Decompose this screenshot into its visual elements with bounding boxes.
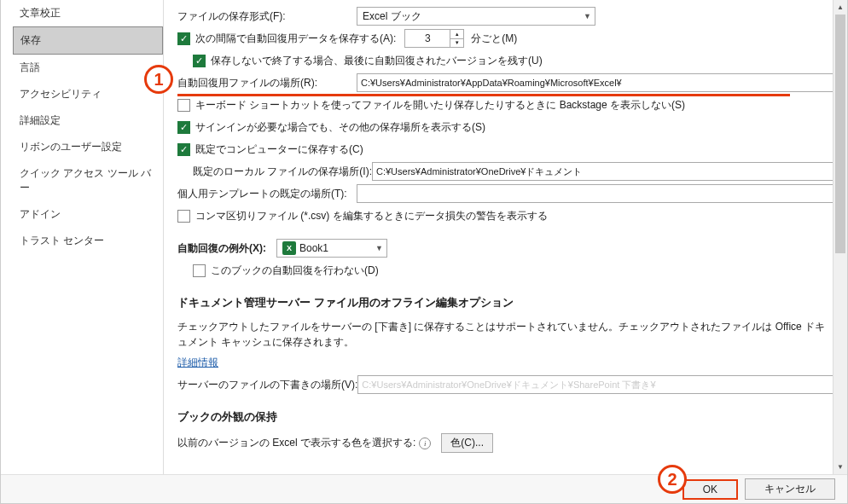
row-show-other-locations: ✓ サインインが必要な場合でも、その他の保存場所を表示する(S): [177, 118, 833, 136]
row-keep-last-version: ✓ 保存しないで終了する場合、最後に自動回復されたバージョンを残す(U): [177, 51, 833, 70]
row-more-info: 詳細情報: [177, 353, 833, 372]
autorecover-exceptions-workbook-dropdown[interactable]: X Book1 ▼: [276, 239, 387, 258]
sidebar-item-label: 言語: [20, 61, 40, 73]
row-autorecover-interval: ✓ 次の間隔で自動回復用データを保存する(A): 3 ▲ ▼ 分ごと(M): [177, 29, 833, 48]
cancel-button[interactable]: キャンセル: [745, 478, 835, 500]
sidebar-item-proofing[interactable]: 文章校正: [13, 0, 163, 26]
sidebar-item-language[interactable]: 言語: [13, 55, 163, 81]
info-icon[interactable]: i: [419, 437, 431, 449]
sidebar-item-quick-access[interactable]: クイック アクセス ツール バー: [13, 160, 163, 201]
sidebar-item-label: トラスト センター: [20, 235, 104, 246]
disable-autorecover-book-checkbox[interactable]: [193, 264, 206, 277]
doc-mgmt-note: チェックアウトしたファイルをサーバーの [下書き] に保存することはサポートされ…: [177, 319, 833, 350]
row-legacy-color: 以前のバージョンの Excel で表示する色を選択する: i 色(C)...: [177, 433, 833, 453]
sidebar-item-addins[interactable]: アドイン: [13, 201, 163, 228]
autorecover-location-label: 自動回復用ファイルの場所(R):: [177, 76, 357, 90]
row-save-format: ファイルの保存形式(F): Excel ブック ▼: [177, 7, 833, 26]
scroll-thumb[interactable]: [835, 14, 845, 253]
row-no-backstage: キーボード ショートカットを使ってファイルを開いたり保存したりするときに Bac…: [177, 96, 833, 114]
scroll-up-icon[interactable]: ▲: [833, 0, 847, 14]
server-drafts-value: C:¥Users¥Administrator¥OneDrive¥ドキュメント¥S…: [362, 379, 655, 391]
excel-icon: X: [282, 241, 296, 255]
save-format-label: ファイルの保存形式(F):: [177, 9, 357, 24]
disable-autorecover-book-label: このブックの自動回復を行わない(D): [211, 264, 379, 278]
category-sidebar: 文章校正 保存 言語 アクセシビリティ 詳細設定 リボンのユーザー設定 クイック…: [13, 0, 164, 474]
personal-template-location-input[interactable]: [357, 184, 833, 203]
autorecover-interval-spinner[interactable]: 3 ▲ ▼: [404, 29, 464, 48]
personal-template-location-label: 個人用テンプレートの既定の場所(T):: [177, 187, 357, 201]
options-dialog: 文章校正 保存 言語 アクセシビリティ 詳細設定 リボンのユーザー設定 クイック…: [0, 0, 848, 504]
keep-last-version-checkbox[interactable]: ✓: [193, 55, 206, 67]
scroll-down-icon[interactable]: ▼: [833, 460, 847, 474]
row-autorecover-location: 自動回復用ファイルの場所(R): C:¥Users¥Administrator¥…: [177, 73, 833, 92]
row-disable-autorecover-book: このブックの自動回復を行わない(D): [177, 261, 833, 280]
autorecover-interval-unit: 分ごと(M): [471, 32, 517, 46]
spinner-value: 3: [405, 32, 450, 44]
vertical-scrollbar[interactable]: ▲ ▼: [833, 0, 847, 474]
row-server-drafts: サーバーのファイルの下書きの場所(V): C:¥Users¥Administra…: [177, 375, 833, 394]
sidebar-item-label: アドイン: [20, 208, 61, 220]
workbook-name: Book1: [299, 242, 328, 254]
default-local-location-input[interactable]: C:¥Users¥Administrator¥OneDrive¥ドキュメント: [372, 162, 833, 181]
chevron-down-icon: ▼: [584, 12, 591, 20]
sidebar-item-save[interactable]: 保存: [13, 26, 163, 55]
legacy-color-label: 以前のバージョンの Excel で表示する色を選択する:: [177, 436, 415, 450]
show-other-locations-checkbox[interactable]: ✓: [177, 121, 190, 134]
row-personal-template-location: 個人用テンプレートの既定の場所(T):: [177, 184, 833, 203]
doc-mgmt-header: ドキュメント管理サーバー ファイル用のオフライン編集オプション: [177, 295, 833, 310]
sidebar-item-ribbon[interactable]: リボンのユーザー設定: [13, 134, 163, 160]
sidebar-item-label: 保存: [20, 34, 41, 46]
autorecover-interval-checkbox[interactable]: ✓: [177, 32, 190, 45]
spinner-up-icon[interactable]: ▲: [450, 30, 463, 39]
show-other-locations-label: サインインが必要な場合でも、その他の保存場所を表示する(S): [195, 120, 485, 135]
autorecover-location-value: C:¥Users¥Administrator¥AppData¥Roaming¥M…: [361, 78, 622, 88]
dialog-button-row: OK キャンセル: [1, 474, 847, 503]
save-format-value: Excel ブック: [363, 9, 421, 24]
row-default-local-location: 既定のローカル ファイルの保存場所(I): C:¥Users¥Administr…: [177, 162, 833, 181]
appearance-header: ブックの外観の保持: [177, 409, 833, 425]
autorecover-exceptions-header: 自動回復の例外(X):: [177, 241, 266, 256]
dialog-body: 文章校正 保存 言語 アクセシビリティ 詳細設定 リボンのユーザー設定 クイック…: [1, 0, 847, 474]
row-csv-warning: コンマ区切りファイル (*.csv) を編集するときにデータ損失の警告を表示する: [177, 206, 833, 225]
csv-warning-checkbox[interactable]: [177, 210, 190, 223]
server-drafts-label: サーバーのファイルの下書きの場所(V):: [177, 378, 357, 392]
no-backstage-label: キーボード ショートカットを使ってファイルを開いたり保存したりするときに Bac…: [195, 98, 685, 113]
sidebar-item-label: リボンのユーザー設定: [20, 141, 122, 153]
save-format-dropdown[interactable]: Excel ブック ▼: [357, 7, 595, 26]
default-computer-label: 既定でコンピューターに保存する(C): [195, 142, 363, 157]
keep-last-version-label: 保存しないで終了する場合、最後に自動回復されたバージョンを残す(U): [211, 54, 543, 68]
row-autorecover-exceptions-header: 自動回復の例外(X): X Book1 ▼: [177, 239, 833, 258]
default-local-location-label: 既定のローカル ファイルの保存場所(I):: [193, 165, 372, 179]
row-default-computer: ✓ 既定でコンピューターに保存する(C): [177, 140, 833, 159]
more-info-link[interactable]: 詳細情報: [177, 356, 218, 370]
sidebar-item-trust-center[interactable]: トラスト センター: [13, 228, 163, 254]
sidebar-item-label: 文章校正: [20, 7, 61, 19]
spinner-down-icon[interactable]: ▼: [450, 39, 463, 48]
sidebar-item-label: クイック アクセス ツール バー: [20, 167, 151, 194]
sidebar-item-label: 詳細設定: [20, 114, 61, 126]
csv-warning-label: コンマ区切りファイル (*.csv) を編集するときにデータ損失の警告を表示する: [195, 209, 548, 223]
autorecover-interval-label: 次の間隔で自動回復用データを保存する(A):: [195, 32, 396, 46]
server-drafts-input[interactable]: C:¥Users¥Administrator¥OneDrive¥ドキュメント¥S…: [357, 375, 833, 394]
sidebar-item-label: アクセシビリティ: [20, 88, 102, 100]
sidebar-item-advanced[interactable]: 詳細設定: [13, 107, 163, 134]
chevron-down-icon: ▼: [375, 244, 383, 252]
sidebar-item-accessibility[interactable]: アクセシビリティ: [13, 81, 163, 107]
color-button[interactable]: 色(C)...: [441, 433, 493, 453]
save-options-panel: ファイルの保存形式(F): Excel ブック ▼ ✓ 次の間隔で自動回復用デー…: [167, 0, 847, 474]
ok-button[interactable]: OK: [682, 479, 738, 500]
no-backstage-checkbox[interactable]: [177, 99, 190, 112]
autorecover-location-input[interactable]: C:¥Users¥Administrator¥AppData¥Roaming¥M…: [357, 73, 833, 92]
default-local-location-value: C:¥Users¥Administrator¥OneDrive¥ドキュメント: [376, 165, 582, 178]
default-computer-checkbox[interactable]: ✓: [177, 143, 190, 156]
